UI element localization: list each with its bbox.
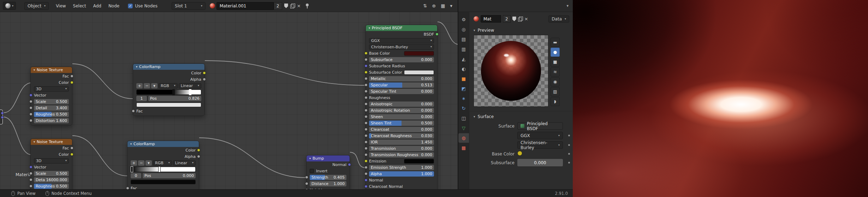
- index-field[interactable]: 0: [131, 173, 141, 178]
- node-header[interactable]: ▾Noise Texture: [31, 67, 72, 73]
- shield-icon[interactable]: [512, 17, 516, 21]
- preview-shaderball-button[interactable]: ◉: [551, 77, 560, 86]
- socket[interactable]: [435, 33, 439, 36]
- socket[interactable]: [364, 52, 368, 55]
- remove-stop-button[interactable]: −: [138, 160, 144, 166]
- number-field[interactable]: Distortion1.600: [34, 118, 69, 123]
- new-material-button[interactable]: [290, 4, 295, 8]
- socket[interactable]: [29, 113, 32, 116]
- socket[interactable]: [29, 94, 32, 97]
- subsurface-method-dropdown[interactable]: Christensen-Burley ▾: [517, 141, 563, 149]
- color-swatch[interactable]: [404, 159, 434, 164]
- tab-output[interactable]: ▤: [458, 35, 469, 44]
- socket[interactable]: [364, 128, 368, 131]
- socket[interactable]: [364, 58, 368, 61]
- socket[interactable]: [364, 115, 368, 118]
- node-noise-texture[interactable]: ▾Noise TextureFacColor3D▾VectorScale0.50…: [30, 67, 72, 125]
- socket[interactable]: [305, 176, 308, 179]
- socket[interactable]: [1, 112, 4, 115]
- socket[interactable]: [29, 166, 32, 169]
- index-field[interactable]: 1: [136, 96, 147, 101]
- dropdown[interactable]: GGX▾: [369, 38, 434, 43]
- subsurface-slider[interactable]: 0.000: [517, 159, 563, 166]
- value-slider[interactable]: Alpha1.000: [369, 171, 434, 177]
- value-slider[interactable]: Subsurface0.000: [369, 57, 434, 62]
- socket[interactable]: [364, 153, 368, 156]
- duplicate-icon[interactable]: [518, 17, 523, 21]
- socket[interactable]: [305, 189, 308, 190]
- value-slider[interactable]: Strength0.405: [310, 175, 346, 180]
- interpolation-dropdown[interactable]: Linear▾: [173, 160, 196, 166]
- socket[interactable]: [29, 185, 32, 188]
- socket[interactable]: [364, 141, 368, 144]
- socket[interactable]: [364, 172, 368, 176]
- value-slider[interactable]: Anisotropic Rotation0.000: [369, 108, 434, 113]
- tab-world[interactable]: ◐: [458, 64, 469, 74]
- color-swatch[interactable]: [404, 51, 434, 56]
- socket[interactable]: [203, 72, 206, 75]
- tab-constraints[interactable]: ◫: [458, 113, 469, 123]
- socket[interactable]: [29, 100, 32, 103]
- socket[interactable]: [364, 160, 368, 163]
- socket[interactable]: [29, 119, 32, 122]
- tab-object-data[interactable]: ▽: [458, 123, 469, 133]
- socket[interactable]: [132, 110, 135, 113]
- menu-view[interactable]: View: [52, 2, 69, 10]
- tab-texture[interactable]: ▩: [458, 143, 469, 153]
- socket[interactable]: [364, 166, 368, 169]
- socket[interactable]: [70, 147, 73, 150]
- number-field[interactable]: Distance1.000: [310, 181, 346, 186]
- material-name-field[interactable]: Mat: [481, 15, 501, 23]
- node-header[interactable]: ▾ColorRamp: [127, 141, 199, 147]
- socket[interactable]: [364, 122, 368, 125]
- surface-shader-button[interactable]: Principled BSDF: [517, 122, 563, 130]
- preview-section-header[interactable]: ▾ Preview: [469, 25, 573, 35]
- tab-scene[interactable]: ◭: [458, 54, 469, 64]
- tab-material[interactable]: ◍: [458, 133, 469, 143]
- interpolation-dropdown[interactable]: Linear▾: [179, 83, 201, 88]
- socket[interactable]: [126, 187, 129, 190]
- snap-icon[interactable]: ⊕: [429, 3, 438, 8]
- ramp-tools-button[interactable]: ▾: [145, 160, 152, 166]
- checkbox[interactable]: [310, 169, 314, 173]
- preview-hair-button[interactable]: ≋: [551, 67, 560, 76]
- node-bump[interactable]: ▾BumpNormalInvertStrength0.405Distance1.…: [306, 155, 350, 189]
- node-colorramp[interactable]: ▾ColorRampColorAlpha+−▾RGB▾Linear▾1Pos0.…: [133, 63, 205, 116]
- ramp-tools-button[interactable]: ▾: [151, 83, 157, 88]
- socket[interactable]: [364, 84, 368, 87]
- tab-physics[interactable]: ↻: [458, 104, 469, 113]
- users-count-badge[interactable]: 2: [503, 15, 511, 23]
- colorramp-gradient[interactable]: [131, 167, 196, 172]
- value-slider[interactable]: Anisotropic0.000: [369, 101, 434, 107]
- socket[interactable]: [364, 109, 368, 112]
- distribution-dropdown[interactable]: GGX ▾: [517, 132, 563, 139]
- number-field[interactable]: Detail3.400: [34, 105, 69, 111]
- number-field[interactable]: Scale0.500: [34, 171, 69, 176]
- use-nodes-checkbox[interactable]: ✓ Use Nodes: [128, 4, 157, 8]
- preview-flat-button[interactable]: ▬: [551, 38, 560, 47]
- socket[interactable]: [70, 81, 73, 84]
- dropdown[interactable]: 3D▾: [34, 86, 69, 92]
- ramp-handle[interactable]: [189, 89, 191, 95]
- ramp-handle[interactable]: [158, 166, 161, 172]
- socket[interactable]: [364, 96, 368, 99]
- link-mode-dropdown[interactable]: Data ▾: [548, 16, 569, 23]
- preview-fluid-button[interactable]: ◗: [551, 97, 560, 106]
- number-field[interactable]: Emission Strength1.000: [369, 165, 434, 170]
- socket[interactable]: [364, 147, 368, 150]
- socket[interactable]: [364, 77, 368, 80]
- fake-user-button[interactable]: [284, 4, 288, 8]
- color-swatch[interactable]: [136, 103, 201, 107]
- dropdown[interactable]: Christensen-Burley▾: [369, 44, 434, 50]
- value-slider[interactable]: Sheen Tint0.500: [369, 121, 434, 126]
- value-slider[interactable]: Transmission0.000: [369, 146, 434, 151]
- value-slider[interactable]: Roughness0.500: [34, 112, 69, 117]
- animate-dot[interactable]: [568, 144, 570, 146]
- number-field[interactable]: IOR1.450: [369, 140, 434, 145]
- tab-particles[interactable]: ∗: [458, 94, 469, 103]
- tab-tool[interactable]: ⚙: [458, 15, 469, 24]
- socket[interactable]: [197, 155, 200, 158]
- add-stop-button[interactable]: +: [136, 83, 143, 88]
- menu-select[interactable]: Select: [70, 2, 90, 10]
- overlays-grid-icon[interactable]: ▦: [438, 3, 447, 8]
